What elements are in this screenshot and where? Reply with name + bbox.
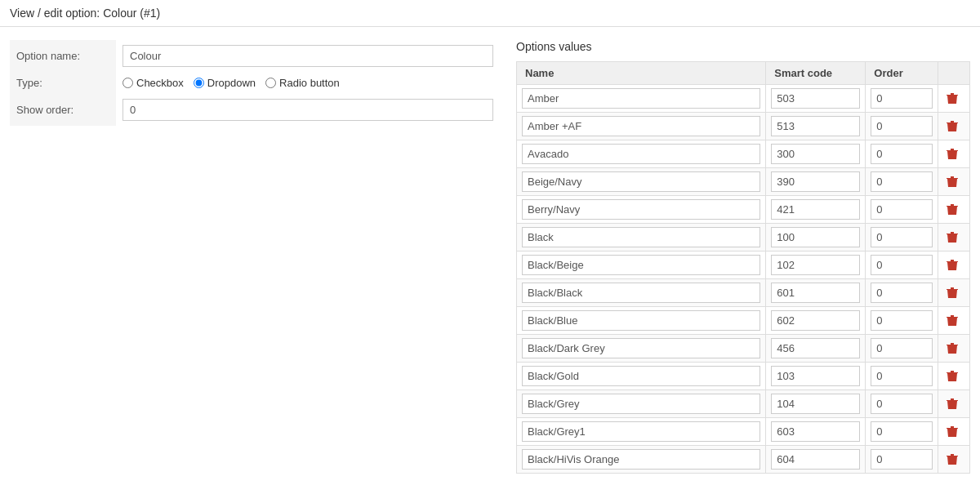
table-row [517,85,970,113]
table-row [517,252,970,279]
trash-icon [947,425,958,438]
type-label: Type: [10,72,116,94]
delete-row-button[interactable] [943,91,961,107]
table-row [517,196,970,224]
row-name-input[interactable] [522,144,760,164]
trash-icon [947,231,958,244]
page-title: View / edit option: Colour (#1) [0,0,980,27]
trash-icon [947,259,958,272]
row-name-input[interactable] [522,255,760,275]
row-name-input[interactable] [522,171,760,192]
row-order-input[interactable] [871,144,933,164]
row-order-input[interactable] [871,338,933,358]
show-order-label: Show order: [10,94,116,126]
row-order-input[interactable] [871,394,933,414]
row-smart-code-input[interactable] [771,171,860,192]
delete-row-button[interactable] [943,452,961,468]
row-order-input[interactable] [871,116,933,136]
trash-icon [947,453,958,466]
row-smart-code-input[interactable] [771,394,860,414]
row-smart-code-input[interactable] [771,366,860,386]
row-smart-code-input[interactable] [771,421,860,442]
table-row [517,140,970,168]
delete-row-button[interactable] [943,396,961,412]
row-name-input[interactable] [522,199,760,220]
delete-row-button[interactable] [943,368,961,385]
trash-icon [947,342,958,355]
type-radio-group: Checkbox Dropdown Radio button [122,77,493,89]
trash-icon [947,92,958,105]
row-name-input[interactable] [522,283,760,303]
delete-row-button[interactable] [943,146,961,162]
delete-row-button[interactable] [943,229,961,246]
trash-icon [947,370,958,383]
trash-icon [947,176,958,189]
table-row [517,363,970,390]
row-smart-code-input[interactable] [771,338,860,358]
row-name-input[interactable] [522,338,760,358]
row-order-input[interactable] [871,421,933,442]
trash-icon [947,148,958,161]
row-order-input[interactable] [871,255,933,275]
row-smart-code-input[interactable] [771,255,860,275]
row-name-input[interactable] [522,88,760,109]
row-name-input[interactable] [522,227,760,247]
left-panel: Option name: Type: Checkbox [10,40,500,474]
row-name-input[interactable] [522,366,760,386]
radio-button-radio[interactable] [265,78,276,88]
row-order-input[interactable] [871,199,933,220]
row-order-input[interactable] [871,449,933,470]
trash-icon [947,120,958,133]
checkbox-radio[interactable] [122,78,133,88]
row-smart-code-input[interactable] [771,144,860,164]
option-name-input[interactable] [122,45,493,67]
row-smart-code-input[interactable] [771,199,860,220]
table-row [517,307,970,335]
table-row [517,113,970,140]
trash-icon [947,398,958,411]
table-row [517,446,970,474]
delete-row-button[interactable] [943,424,961,440]
delete-row-button[interactable] [943,118,961,135]
row-smart-code-input[interactable] [771,449,860,470]
row-order-input[interactable] [871,283,933,303]
row-order-input[interactable] [871,88,933,109]
form-table: Option name: Type: Checkbox [10,40,500,126]
delete-row-button[interactable] [943,174,961,190]
row-order-input[interactable] [871,366,933,386]
row-smart-code-input[interactable] [771,88,860,109]
delete-row-button[interactable] [943,257,961,274]
checkbox-radio-label[interactable]: Checkbox [122,77,184,89]
col-header-order: Order [866,62,938,85]
radio-button-radio-label[interactable]: Radio button [265,77,340,89]
option-name-label: Option name: [10,40,116,72]
dropdown-radio-label[interactable]: Dropdown [194,77,256,89]
trash-icon [947,314,958,327]
table-row [517,335,970,363]
row-name-input[interactable] [522,394,760,414]
col-header-smart-code: Smart code [766,62,866,85]
delete-row-button[interactable] [943,341,961,357]
row-order-input[interactable] [871,310,933,331]
row-order-input[interactable] [871,171,933,192]
row-name-input[interactable] [522,421,760,442]
table-row [517,390,970,418]
row-smart-code-input[interactable] [771,116,860,136]
table-row [517,224,970,252]
col-header-delete [938,62,970,85]
table-row [517,168,970,196]
options-table: Name Smart code Order [516,61,970,474]
show-order-input[interactable] [122,99,493,121]
delete-row-button[interactable] [943,202,961,218]
dropdown-radio[interactable] [194,78,204,88]
row-name-input[interactable] [522,449,760,470]
row-name-input[interactable] [522,310,760,331]
row-smart-code-input[interactable] [771,283,860,303]
delete-row-button[interactable] [943,313,961,329]
trash-icon [947,287,958,300]
row-name-input[interactable] [522,116,760,136]
row-order-input[interactable] [871,227,933,247]
row-smart-code-input[interactable] [771,310,860,331]
row-smart-code-input[interactable] [771,227,860,247]
delete-row-button[interactable] [943,285,961,301]
